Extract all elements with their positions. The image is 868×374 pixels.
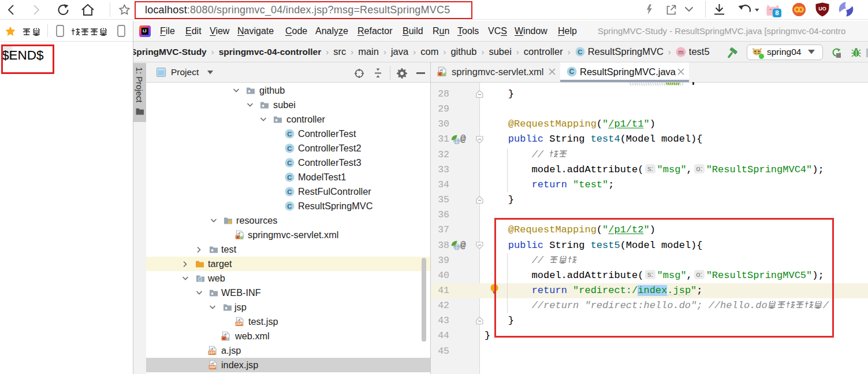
svg-text:m: m [678,49,683,55]
svg-text:UO: UO [818,6,826,12]
